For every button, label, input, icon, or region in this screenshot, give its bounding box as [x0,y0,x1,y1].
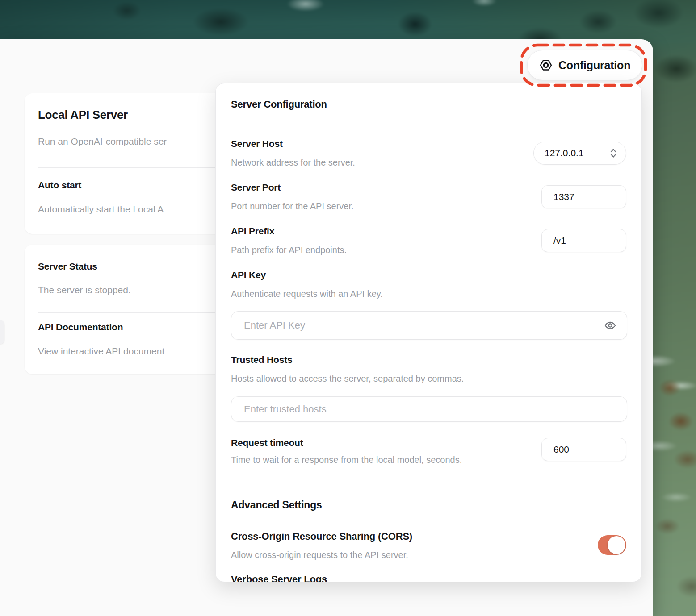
api-prefix-description: Path prefix for API endpoints. [231,245,347,255]
cors-description: Allow cross-origin requests to the API s… [231,549,408,560]
api-key-input[interactable] [231,311,627,340]
cors-toggle[interactable] [598,535,626,555]
sidebar-edge-stub [0,320,4,344]
api-key-description: Authenticate requests with an API key. [231,288,383,299]
popover-title: Server Configuration [231,99,327,110]
server-port-description: Port number for the API server. [231,201,354,212]
server-status-description: The server is stopped. [38,285,131,296]
divider [231,125,626,125]
card-title: Local API Server [38,108,128,122]
server-host-description: Network address for the server. [231,157,355,168]
server-host-select[interactable]: 127.0.0.1 [533,142,626,165]
api-prefix-label: API Prefix [231,225,274,237]
divider [231,483,626,483]
app-window: Local API Server Run an OpenAI-compatibl… [0,39,653,616]
server-status-label: Server Status [38,261,97,272]
reveal-api-key-button[interactable] [601,316,619,334]
server-host-value: 127.0.0.1 [545,148,608,158]
api-key-label: API Key [231,269,266,281]
server-port-label: Server Port [231,182,281,193]
api-documentation-description: View interactive API document [38,346,164,357]
request-timeout-input[interactable] [541,438,626,461]
cors-toggle-knob [608,536,625,554]
chevron-up-down-icon [608,147,619,159]
server-configuration-popover: Server Configuration Server Host Network… [215,83,642,582]
eye-icon [604,319,616,332]
trusted-hosts-description: Hosts allowed to access the server, sepa… [231,373,464,384]
configuration-button-label: Configuration [558,59,630,72]
configuration-button[interactable]: Configuration [527,50,642,80]
screen: Local API Server Run an OpenAI-compatibl… [0,0,696,616]
verbose-server-logs-label: Verbose Server Logs [231,574,327,582]
card-subtitle: Run an OpenAI-compatible ser [38,136,167,147]
request-timeout-description: Time to wait for a response from the loc… [231,454,462,465]
api-prefix-input[interactable] [541,229,626,252]
settings-hexagon-icon [539,58,553,72]
request-timeout-label: Request timeout [231,437,303,449]
auto-start-description: Automatically start the Local A [38,204,164,215]
api-documentation-label: API Documentation [38,322,123,333]
trusted-hosts-input[interactable] [231,396,627,422]
server-port-input[interactable] [541,185,626,208]
cors-label: Cross-Origin Resource Sharing (CORS) [231,531,412,542]
server-host-label: Server Host [231,138,283,150]
trusted-hosts-label: Trusted Hosts [231,354,292,366]
advanced-settings-title: Advanced Settings [231,499,322,511]
auto-start-label: Auto start [38,180,81,191]
